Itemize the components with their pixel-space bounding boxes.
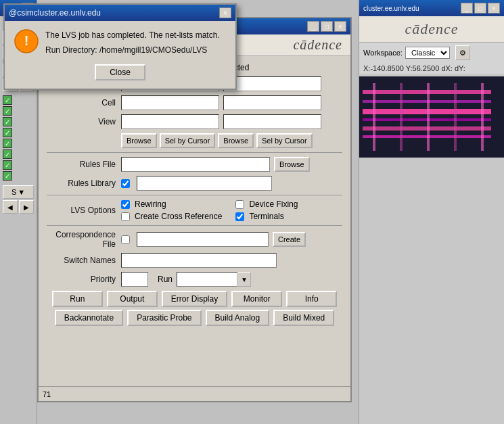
workspace-select[interactable]: Classic: [405, 47, 450, 59]
lvs-close-btn[interactable]: ×: [334, 21, 346, 32]
device-fixing-label[interactable]: Device Fixing: [235, 199, 298, 209]
rules-file-label: Rules File: [47, 160, 121, 169]
sel-cursor-btn1[interactable]: Sel by Cursor: [160, 133, 216, 148]
view-input2[interactable]: extracted: [223, 114, 321, 129]
rules-library-input[interactable]: NCSU_TechLib_ami06: [137, 176, 272, 191]
rewiring-checkbox[interactable]: [121, 200, 130, 209]
workspace-settings-btn[interactable]: ⚙: [455, 45, 470, 60]
rules-file-row: Rules File divaLVS.rul Browse: [47, 157, 342, 172]
check-green3: [3, 117, 12, 126]
right-close-btn[interactable]: ×: [488, 3, 500, 14]
alert-titlebar: @csimcluster.ee.unlv.edu ×: [5, 5, 235, 21]
sidebar-section2: S ▼ ◀ ▶: [0, 185, 37, 214]
parasitic-probe-btn[interactable]: Parasitic Probe: [127, 310, 201, 326]
svg-rect-9: [454, 83, 457, 151]
check-green8: [3, 171, 12, 181]
correspondence-checkbox[interactable]: [121, 235, 130, 244]
cadence-logo: cādence: [293, 37, 342, 53]
check-green4: [3, 128, 12, 137]
cadence-right-titlebar: cluster.ee.unlv.edu _ □ ×: [359, 0, 504, 16]
create-btn[interactable]: Create: [273, 232, 306, 247]
lvs-minimize-btn[interactable]: _: [307, 21, 319, 32]
check-green5: [3, 139, 12, 148]
correspondence-input[interactable]: gill19/CMOSedu/lvs_corr_file: [137, 232, 269, 247]
rules-file-input[interactable]: divaLVS.rul: [121, 157, 270, 172]
backannotate-btn[interactable]: Backannotate: [55, 310, 123, 326]
s-label2: S: [12, 188, 16, 196]
error-display-btn[interactable]: Error Display: [162, 291, 227, 307]
monitor-btn[interactable]: Monitor: [231, 291, 282, 307]
switch-names-row: Switch Names: [47, 253, 342, 268]
sidebar-check7: [0, 160, 37, 170]
alert-title: @csimcluster.ee.unlv.edu: [9, 8, 101, 18]
browse-btn1[interactable]: Browse: [121, 133, 157, 148]
switch-names-input[interactable]: [121, 253, 277, 268]
run-btn[interactable]: Run: [52, 291, 103, 307]
lvs-maximize-btn[interactable]: □: [321, 21, 333, 32]
terminals-checkbox[interactable]: [235, 212, 244, 221]
run-mode-input[interactable]: background: [177, 272, 237, 287]
cell-label: Cell: [47, 98, 121, 108]
circuit-graphic-area: [359, 76, 504, 158]
output-btn[interactable]: Output: [107, 291, 158, 307]
sidebar-right-btn3[interactable]: ▶: [19, 200, 34, 214]
browse-btn2[interactable]: Browse: [218, 133, 254, 148]
rules-lib-checkbox[interactable]: [121, 179, 130, 188]
view-label: View: [47, 117, 121, 126]
check-green7: [3, 160, 12, 170]
svg-rect-8: [427, 83, 430, 151]
rules-library-label: Rules Library: [47, 179, 121, 188]
check-green2: [3, 106, 12, 116]
cadence-main-logo: cādence: [405, 20, 458, 37]
cross-ref-label[interactable]: Create Cross Reference: [121, 212, 222, 221]
run-mode-selector: background ▼: [177, 272, 251, 287]
workspace-label: Workspace:: [363, 49, 403, 57]
rules-library-inputs: NCSU_TechLib_ami06: [121, 176, 342, 191]
priority-input[interactable]: 0: [121, 272, 148, 287]
right-minimize-btn[interactable]: _: [461, 3, 473, 14]
check-green6: [3, 149, 12, 159]
build-analog-btn[interactable]: Build Analog: [206, 310, 270, 326]
sel-cursor-btn2[interactable]: Sel by Cursor: [256, 133, 313, 148]
lvs-body: Create Netlist schematic extracted Libra…: [39, 56, 350, 333]
sidebar-check6: [0, 149, 37, 160]
device-fixing-checkbox[interactable]: [235, 200, 244, 209]
svg-text:!: !: [24, 33, 29, 48]
sidebar-left-btn3[interactable]: ◀: [3, 200, 18, 214]
library-input2[interactable]: MGLab7: [223, 76, 321, 91]
cell-input2[interactable]: 8b_FAdder: [223, 95, 321, 110]
browse-btns: Browse Sel by Cursor Browse Sel by Curso…: [121, 133, 342, 148]
cell-input1[interactable]: 8b_FAdder: [121, 95, 219, 110]
alert-close-button[interactable]: Close: [95, 64, 145, 80]
right-maximize-btn[interactable]: □: [474, 3, 486, 14]
lvs-win-controls: _ □ ×: [307, 21, 346, 32]
correspondence-row: Correspondence File gill19/CMOSedu/lvs_c…: [47, 230, 342, 249]
alert-content: ! The LVS job has completed. The net-lis…: [14, 29, 226, 56]
run-mode-dropdown[interactable]: ▼: [237, 272, 251, 287]
rules-browse-btn[interactable]: Browse: [274, 157, 310, 172]
info-btn[interactable]: Info: [286, 291, 337, 307]
cell-inputs: 8b_FAdder 8b_FAdder: [121, 95, 342, 110]
alert-dialog: @csimcluster.ee.unlv.edu × ! The LVS job…: [3, 3, 237, 90]
right-win-controls: _ □ ×: [461, 3, 500, 14]
lvs-status-bar: 71: [39, 386, 350, 401]
alert-warning-icon: !: [14, 29, 39, 53]
rules-library-row: Rules Library NCSU_TechLib_ami06: [47, 176, 342, 191]
rules-lib-checkbox-label[interactable]: [121, 176, 133, 191]
terminals-text: Terminals: [249, 212, 283, 221]
alert-line1: The LVS job has completed. The net-lists…: [45, 29, 220, 41]
lvs-options-cols: Rewiring Create Cross Reference Device F…: [121, 199, 298, 221]
view-input1[interactable]: schematic: [121, 114, 219, 129]
svg-rect-10: [481, 83, 484, 151]
coords-text: X:-140.8500 Y:56.2500 dX: dY:: [363, 64, 465, 72]
lvs-options-row: LVS Options Rewiring Create Cross Refere…: [47, 199, 342, 221]
sidebar-dropdown-btn3[interactable]: S ▼: [3, 185, 34, 199]
rewiring-label[interactable]: Rewiring: [121, 199, 222, 209]
sidebar-check2: [0, 105, 37, 116]
cross-ref-checkbox[interactable]: [121, 212, 130, 221]
terminals-label[interactable]: Terminals: [235, 212, 298, 221]
alert-close-x-btn[interactable]: ×: [219, 7, 231, 18]
build-mixed-btn[interactable]: Build Mixed: [273, 310, 334, 326]
switch-names-label: Switch Names: [47, 256, 121, 265]
workspace-bar: Workspace: Classic ⚙: [359, 43, 504, 63]
